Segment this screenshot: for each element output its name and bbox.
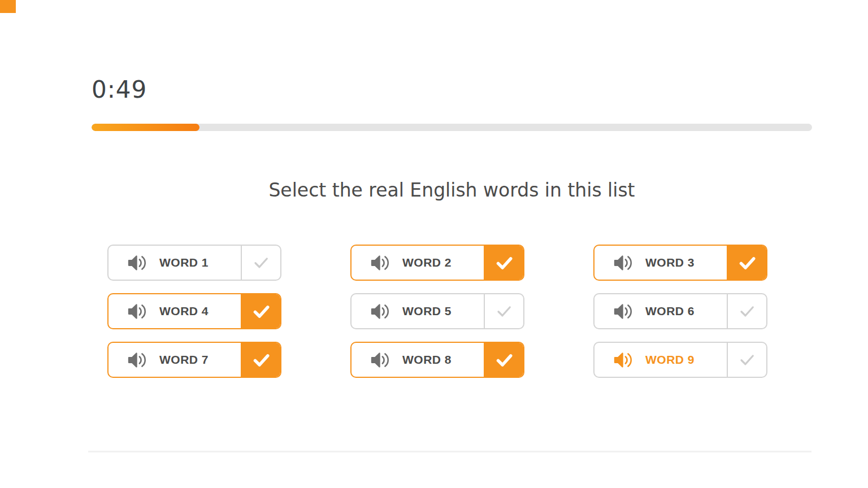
word-checkbox[interactable] <box>241 343 280 377</box>
word-label: WORD 1 <box>159 256 209 269</box>
check-icon <box>739 351 756 368</box>
check-icon <box>252 302 271 321</box>
speaker-icon[interactable] <box>613 351 634 369</box>
word-checkbox[interactable] <box>727 294 766 328</box>
word-button-main[interactable]: WORD 8 <box>351 343 484 377</box>
word-checkbox[interactable] <box>727 343 766 377</box>
check-icon <box>739 303 756 320</box>
check-icon <box>252 351 271 369</box>
word-button-5[interactable]: WORD 5 <box>350 293 524 329</box>
bottom-divider <box>88 451 811 452</box>
word-button-main[interactable]: WORD 4 <box>108 294 241 328</box>
check-icon <box>495 351 514 369</box>
check-icon <box>253 254 270 271</box>
speaker-icon[interactable] <box>370 254 391 272</box>
word-button-9[interactable]: WORD 9 <box>593 342 767 378</box>
speaker-icon[interactable] <box>370 351 391 369</box>
word-button-7[interactable]: WORD 7 <box>107 342 281 378</box>
word-button-main[interactable]: WORD 2 <box>351 246 484 280</box>
word-button-8[interactable]: WORD 8 <box>350 342 524 378</box>
word-label: WORD 8 <box>402 353 452 367</box>
word-checkbox[interactable] <box>241 246 280 280</box>
word-button-main[interactable]: WORD 7 <box>108 343 241 377</box>
word-checkbox[interactable] <box>727 246 766 280</box>
word-checkbox[interactable] <box>241 294 280 328</box>
word-button-6[interactable]: WORD 6 <box>593 293 767 329</box>
word-button-4[interactable]: WORD 4 <box>107 293 281 329</box>
speaker-icon[interactable] <box>127 303 148 320</box>
check-icon <box>495 254 514 272</box>
word-button-2[interactable]: WORD 2 <box>350 245 524 281</box>
word-checkbox[interactable] <box>484 343 523 377</box>
progress-fill <box>92 124 199 131</box>
countdown-timer: 0:49 <box>92 77 147 103</box>
word-button-main[interactable]: WORD 1 <box>108 246 241 280</box>
check-icon <box>496 303 513 320</box>
word-label: WORD 4 <box>159 304 209 318</box>
word-label: WORD 9 <box>645 353 695 367</box>
word-checkbox[interactable] <box>484 294 523 328</box>
progress-bar <box>92 124 812 131</box>
speaker-icon[interactable] <box>613 303 634 320</box>
speaker-icon[interactable] <box>613 254 634 272</box>
corner-accent-block <box>0 0 16 13</box>
word-button-main[interactable]: WORD 6 <box>594 294 727 328</box>
word-button-3[interactable]: WORD 3 <box>593 245 767 281</box>
speaker-icon[interactable] <box>370 303 391 320</box>
word-button-main[interactable]: WORD 5 <box>351 294 484 328</box>
word-button-main[interactable]: WORD 3 <box>594 246 727 280</box>
word-grid: WORD 1 WORD 2 <box>107 245 767 378</box>
speaker-icon[interactable] <box>127 351 148 369</box>
check-icon <box>738 254 757 272</box>
question-title: Select the real English words in this li… <box>92 179 812 201</box>
word-label: WORD 7 <box>159 353 209 367</box>
word-button-1[interactable]: WORD 1 <box>107 245 281 281</box>
word-checkbox[interactable] <box>484 246 523 280</box>
word-label: WORD 6 <box>645 304 695 318</box>
speaker-icon[interactable] <box>127 254 148 272</box>
word-label: WORD 3 <box>645 256 695 269</box>
word-label: WORD 5 <box>402 304 452 318</box>
word-label: WORD 2 <box>402 256 452 269</box>
word-button-main[interactable]: WORD 9 <box>594 343 727 377</box>
